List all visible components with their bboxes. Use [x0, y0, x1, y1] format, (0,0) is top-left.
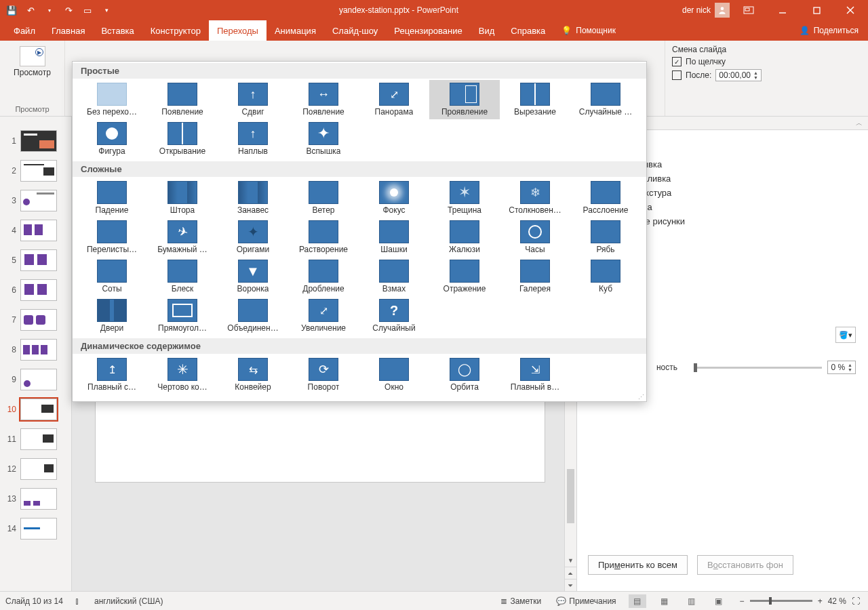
slide-count-label[interactable]: Слайд 10 из 14: [5, 596, 63, 606]
language-button[interactable]: английский (США): [92, 596, 165, 606]
slideshow-view-icon[interactable]: ▣: [710, 594, 728, 608]
preview-button[interactable]: Просмотр: [14, 43, 51, 77]
close-button[interactable]: [835, 0, 865, 20]
spellcheck-icon[interactable]: ⫿: [73, 596, 82, 606]
hide-bg-graphics[interactable]: фоновые рисунки: [612, 216, 860, 226]
tab-view[interactable]: Вид: [471, 20, 503, 41]
transition-random[interactable]: Случайные …: [570, 80, 641, 119]
transition-drape[interactable]: Штора: [147, 178, 218, 218]
transition-wipe[interactable]: Появление: [288, 80, 359, 119]
transition-push[interactable]: Сдвиг: [218, 80, 288, 119]
tab-animations[interactable]: Анимация: [267, 20, 324, 41]
transition-box[interactable]: Прямоугол…: [147, 296, 218, 336]
transition-shape[interactable]: Фигура: [77, 119, 147, 159]
reading-view-icon[interactable]: ▥: [683, 594, 701, 608]
fill-color-button[interactable]: 🪣▾: [835, 327, 856, 343]
slide-thumb-1[interactable]: 1: [0, 126, 71, 156]
transition-funnel[interactable]: Воронка: [218, 257, 288, 296]
transition-doors[interactable]: Двери: [77, 296, 147, 336]
transition-flash[interactable]: Вспышка: [288, 119, 359, 159]
after-duration-input[interactable]: 00:00,00 ▲▼: [715, 69, 762, 81]
slide-thumb-12[interactable]: 12: [0, 454, 71, 484]
transition-uncover[interactable]: Открывание: [147, 119, 218, 159]
zoom-out-button[interactable]: −: [737, 596, 747, 606]
slide-thumb-5[interactable]: 5: [0, 245, 71, 275]
slide-thumb-10[interactable]: 10: [0, 394, 71, 424]
transition-window[interactable]: Окно: [359, 355, 429, 394]
transition-fall[interactable]: Падение: [77, 178, 147, 218]
notes-button[interactable]: ≣Заметки: [498, 596, 544, 606]
transition-zoom[interactable]: Увеличение: [288, 296, 359, 336]
slide-thumb-6[interactable]: 6: [0, 275, 71, 305]
transparency-slider[interactable]: [694, 367, 822, 369]
transition-smooth[interactable]: Плавный с…: [77, 355, 147, 394]
redo-icon[interactable]: ↷: [60, 1, 77, 19]
transition-flip[interactable]: Взмах: [359, 257, 429, 296]
next-slide-icon[interactable]: ⏷: [565, 579, 576, 591]
normal-view-icon[interactable]: ▤: [629, 594, 646, 608]
tab-slideshow[interactable]: Слайд-шоу: [324, 20, 386, 41]
transition-dissolve[interactable]: Растворение: [288, 218, 359, 257]
slide-thumb-8[interactable]: 8: [0, 335, 71, 365]
transition-honey[interactable]: Соты: [77, 257, 147, 296]
transition-wind[interactable]: Ветер: [288, 178, 359, 218]
save-icon[interactable]: 💾: [3, 1, 20, 19]
spinner-buttons-icon[interactable]: ▲▼: [753, 70, 758, 80]
transition-orbit[interactable]: Орбита: [429, 355, 500, 394]
scroll-down-icon[interactable]: ▼: [565, 554, 576, 567]
maximize-button[interactable]: [802, 0, 831, 20]
tab-insert[interactable]: Вставка: [93, 20, 142, 41]
transition-shatter[interactable]: Дробление: [288, 257, 359, 296]
transition-fade[interactable]: Появление: [147, 80, 218, 119]
transition-ferris[interactable]: Чертово ко…: [147, 355, 218, 394]
on-click-checkbox[interactable]: ✓: [672, 57, 682, 66]
transition-rot[interactable]: Поворот: [288, 355, 359, 394]
spinner-buttons-icon[interactable]: ▲▼: [848, 363, 852, 372]
tab-file[interactable]: Файл: [5, 20, 43, 41]
transition-clock[interactable]: Часы: [500, 218, 570, 257]
tab-review[interactable]: Рецензирование: [386, 20, 470, 41]
transition-blinds[interactable]: Жалюзи: [429, 218, 500, 257]
slide-thumb-14[interactable]: 14: [0, 514, 71, 544]
fit-to-window-icon[interactable]: ⛶: [849, 596, 863, 606]
tab-transitions[interactable]: Переходы: [209, 20, 267, 41]
scrollbar-thumb[interactable]: [567, 469, 574, 523]
minimize-button[interactable]: [768, 0, 797, 20]
transition-ripple[interactable]: Рябь: [570, 218, 641, 257]
zoom-in-button[interactable]: +: [815, 596, 825, 606]
transition-pageturn[interactable]: Перелисты…: [77, 218, 147, 257]
fill-option-pattern[interactable]: я заливка: [612, 202, 860, 212]
apply-to-all-button[interactable]: Применить ко всем: [588, 555, 688, 575]
transition-checker[interactable]: Шашки: [359, 218, 429, 257]
slide-thumb-3[interactable]: 3: [0, 186, 71, 216]
sorter-view-icon[interactable]: ▦: [656, 594, 673, 608]
start-from-beginning-icon[interactable]: ▭: [79, 1, 96, 19]
transition-merge[interactable]: Объединен…: [218, 296, 288, 336]
transition-pan[interactable]: Панорама: [359, 80, 429, 119]
transition-crush[interactable]: Столкновен…: [500, 178, 570, 218]
transition-reveal[interactable]: Проявление: [429, 80, 500, 119]
transition-conveyor[interactable]: Конвейер: [218, 355, 288, 394]
transition-q[interactable]: Случайный: [359, 296, 429, 336]
zoom-slider[interactable]: [750, 600, 812, 602]
undo-dropdown-icon[interactable]: ▾: [41, 1, 58, 19]
slide-thumb-9[interactable]: 9: [0, 365, 71, 394]
transition-cut[interactable]: Вырезание: [500, 80, 570, 119]
reset-background-button[interactable]: Восстановить фон: [697, 555, 793, 575]
fill-option-picture[interactable]: к или текстура: [612, 188, 860, 198]
transition-cover[interactable]: Наплыв: [218, 119, 288, 159]
transition-none[interactable]: Без перехо…: [77, 80, 147, 119]
fill-option-gradient[interactable]: нтная заливка: [612, 174, 860, 184]
share-button[interactable]: 👤Поделиться: [790, 20, 868, 41]
fill-option-solid[interactable]: ная заливка: [612, 159, 860, 169]
qat-customize-icon[interactable]: ▾: [98, 1, 115, 19]
slide-thumb-7[interactable]: 7: [0, 305, 71, 335]
tab-design[interactable]: Конструктор: [142, 20, 209, 41]
transition-fly[interactable]: Плавный в…: [500, 355, 570, 394]
comments-button[interactable]: 💬Примечания: [553, 596, 618, 606]
resize-grip-icon[interactable]: ⋰: [638, 394, 644, 401]
tab-home[interactable]: Главная: [43, 20, 93, 41]
transition-gallery2[interactable]: Галерея: [500, 257, 570, 296]
transition-reflect[interactable]: Отражение: [429, 257, 500, 296]
undo-icon[interactable]: ↶: [22, 1, 39, 19]
